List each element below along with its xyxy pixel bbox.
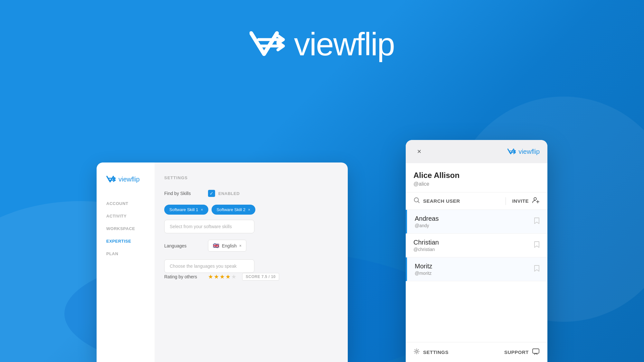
- skill-tag-0[interactable]: Software Skill 1 ×: [164, 205, 208, 215]
- main-content: viewflip viewflip: [0, 0, 644, 362]
- sidebar-item-expertise[interactable]: EXPERTISE: [106, 236, 155, 246]
- settings-panel: viewflip ACCOUNT ACTIVITY WORKSPACE EXPE…: [97, 162, 348, 362]
- language-input[interactable]: Choose the languages you speak: [164, 259, 254, 273]
- check-icon: ✓: [210, 191, 213, 196]
- sidebar-logo: viewflip: [106, 175, 155, 183]
- footer-support-button[interactable]: SUPPORT: [504, 348, 540, 357]
- skill-tag-1-close[interactable]: ×: [248, 208, 250, 212]
- header-logo-area: viewflip: [250, 26, 394, 63]
- header-logo-text: viewflip: [294, 26, 394, 63]
- footer-settings-label: SETTINGS: [423, 349, 449, 355]
- user-item-name-andreas: Andreas: [415, 215, 534, 222]
- rating-stars: ★★★★★: [208, 273, 237, 280]
- user-item-name-moritz: Moritz: [415, 263, 534, 270]
- invite-button[interactable]: INVITE: [512, 196, 540, 206]
- action-bar: SEARCH USER INVITE: [406, 192, 547, 210]
- user-item-info-christian: Christian @christian: [413, 239, 534, 252]
- settings-main: SETTINGS Find by Skills ✓ ENABLED: [155, 162, 348, 362]
- invite-icon: [532, 196, 540, 206]
- user-handle: @alice: [413, 181, 540, 187]
- enabled-text: ENABLED: [218, 191, 240, 196]
- languages-label: Languages: [164, 243, 203, 248]
- rating-label: Rating by others: [164, 274, 203, 279]
- search-icon: [413, 197, 420, 205]
- footer-settings-button[interactable]: SETTINGS: [413, 348, 504, 356]
- popup-footer: SETTINGS SUPPORT: [406, 342, 547, 362]
- cards-area: viewflip ACCOUNT ACTIVITY WORKSPACE EXPE…: [97, 153, 547, 362]
- rating-row: Rating by others ★★★★★ SCORE 7.5 / 10: [164, 273, 338, 281]
- skill-tag-0-close[interactable]: ×: [201, 208, 203, 212]
- search-user-label: SEARCH USER: [423, 198, 460, 204]
- popup-header: × viewflip: [406, 140, 547, 163]
- checkbox-box[interactable]: ✓: [208, 190, 215, 197]
- user-item-moritz[interactable]: Moritz @moritz: [406, 257, 547, 281]
- find-by-skills-row: Find by Skills ✓ ENABLED: [164, 190, 338, 197]
- sidebar-item-activity[interactable]: ACTIVITY: [106, 211, 155, 221]
- header-logo-icon: [250, 30, 285, 59]
- user-item-handle-andreas: @andy: [415, 223, 534, 228]
- bookmark-icon-moritz[interactable]: [534, 265, 540, 274]
- user-item-christian[interactable]: Christian @christian: [406, 234, 547, 257]
- user-item-andreas[interactable]: Andreas @andy: [406, 210, 547, 234]
- settings-icon: [413, 348, 420, 356]
- support-icon: [532, 348, 540, 357]
- settings-title: SETTINGS: [164, 175, 338, 180]
- footer-support-label: SUPPORT: [504, 349, 529, 355]
- user-list: Andreas @andy Christian @christian: [406, 210, 547, 342]
- user-item-info-andreas: Andreas @andy: [415, 215, 534, 228]
- skill-tag-1[interactable]: Software Skill 2 ×: [212, 205, 256, 215]
- popup-panel: × viewflip Alice Allison @alice: [406, 140, 547, 362]
- sidebar-item-plan[interactable]: PLAN: [106, 249, 155, 259]
- lang-tag-close[interactable]: ×: [239, 244, 242, 248]
- popup-logo: viewflip: [507, 148, 540, 155]
- user-item-info-moritz: Moritz @moritz: [415, 263, 534, 276]
- language-tag-english[interactable]: 🇬🇧 English ×: [208, 240, 246, 252]
- find-by-skills-toggle[interactable]: ✓ ENABLED: [208, 190, 240, 197]
- sidebar-item-workspace[interactable]: WORKSPACE: [106, 224, 155, 234]
- skills-input[interactable]: Select from your software skills: [164, 220, 254, 233]
- skills-section: Software Skill 1 × Software Skill 2 ×: [164, 205, 338, 215]
- user-item-name-christian: Christian: [413, 239, 534, 246]
- user-item-handle-moritz: @moritz: [415, 271, 534, 276]
- invite-label: INVITE: [512, 198, 529, 204]
- bookmark-icon-andreas[interactable]: [534, 217, 540, 226]
- score-badge: SCORE 7.5 / 10: [242, 273, 279, 281]
- sidebar-item-account[interactable]: ACCOUNT: [106, 199, 155, 209]
- user-info: Alice Allison @alice: [406, 163, 547, 192]
- svg-point-11: [416, 350, 418, 352]
- sidebar-logo-text: viewflip: [118, 176, 140, 183]
- user-name: Alice Allison: [413, 171, 540, 180]
- user-item-handle-christian: @christian: [413, 247, 534, 252]
- languages-row: Languages 🇬🇧 English ×: [164, 240, 338, 252]
- skills-tags: Software Skill 1 × Software Skill 2 ×: [164, 205, 338, 215]
- sidebar: viewflip ACCOUNT ACTIVITY WORKSPACE EXPE…: [97, 162, 155, 362]
- close-button[interactable]: ×: [413, 146, 425, 157]
- sidebar-logo-icon: [106, 175, 116, 183]
- svg-line-7: [418, 201, 419, 203]
- flag-icon: 🇬🇧: [213, 243, 219, 249]
- search-user-button[interactable]: SEARCH USER: [413, 197, 499, 205]
- svg-rect-12: [533, 349, 539, 353]
- popup-logo-text: viewflip: [518, 148, 540, 155]
- action-divider: [506, 197, 506, 205]
- bookmark-icon-christian[interactable]: [534, 241, 540, 250]
- popup-logo-icon: [507, 148, 516, 155]
- find-by-skills-label: Find by Skills: [164, 191, 203, 196]
- svg-point-8: [534, 198, 536, 200]
